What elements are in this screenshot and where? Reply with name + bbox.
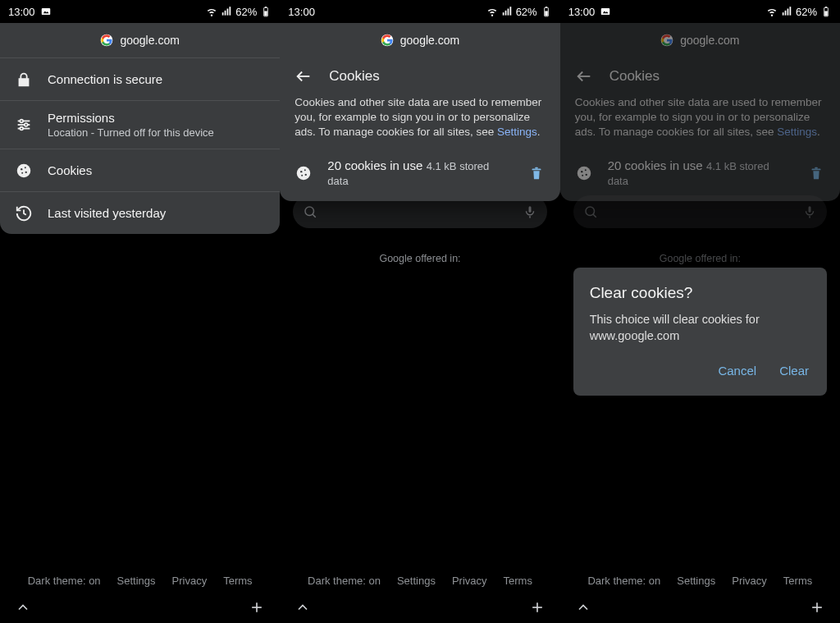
svg-point-39	[304, 169, 306, 171]
svg-point-15	[25, 123, 28, 126]
cookies-row[interactable]: Cookies	[0, 149, 280, 191]
svg-rect-23	[502, 12, 504, 16]
panel-site-info: 13:00 62% Google offered in: | Dark them…	[0, 0, 280, 623]
battery-icon	[541, 6, 552, 17]
svg-rect-52	[824, 11, 828, 16]
status-bar: 13:00 62%	[0, 0, 280, 23]
settings-link[interactable]: Settings	[497, 126, 537, 138]
dialog-actions: Cancel Clear	[590, 359, 810, 387]
svg-point-20	[25, 167, 26, 168]
permissions-row[interactable]: Permissions Location - Turned off for th…	[0, 100, 280, 149]
cookies-description: Cookies and other site data are used to …	[280, 92, 559, 152]
dark-theme-toggle[interactable]: Dark theme: on	[28, 575, 101, 587]
svg-point-40	[305, 173, 307, 175]
clear-button[interactable]: Clear	[778, 359, 810, 383]
domain-row: google.com	[560, 23, 840, 57]
svg-rect-7	[265, 7, 267, 7]
signal-icon	[501, 6, 513, 17]
svg-rect-49	[789, 7, 791, 16]
svg-point-13	[20, 120, 23, 123]
wifi-icon	[766, 6, 778, 17]
dialog-title: Clear cookies?	[590, 284, 810, 302]
svg-point-60	[577, 166, 591, 180]
back-icon[interactable]	[294, 67, 313, 85]
svg-point-19	[21, 167, 22, 169]
trash-icon[interactable]	[527, 164, 546, 182]
clear-cookies-dialog: Clear cookies? This choice will clear co…	[573, 268, 827, 396]
svg-point-53	[586, 207, 595, 216]
footer-links: Dark theme: on Settings Privacy Terms	[560, 575, 840, 587]
domain-text: google.com	[120, 34, 179, 47]
site-info-sheet: google.com Connection is secure Permissi…	[0, 23, 280, 234]
cookies-header: Cookies	[280, 57, 559, 92]
terms-link[interactable]: Terms	[504, 575, 532, 587]
last-visited-title: Last visited yesterday	[48, 206, 265, 220]
connection-row[interactable]: Connection is secure	[0, 57, 280, 100]
battery-icon	[820, 6, 832, 17]
trash-icon	[807, 164, 825, 182]
cookie-icon	[294, 164, 313, 182]
svg-rect-44	[601, 8, 610, 15]
privacy-link[interactable]: Privacy	[452, 575, 487, 587]
lock-icon	[15, 71, 33, 89]
svg-rect-4	[227, 9, 229, 16]
svg-line-31	[313, 214, 316, 218]
cookies-title: Cookies	[329, 68, 379, 85]
cookies-sheet: google.com Cookies Cookies and other sit…	[280, 23, 559, 201]
svg-rect-25	[507, 9, 509, 16]
cancel-button[interactable]: Cancel	[716, 359, 758, 383]
status-bar: 13:00 62%	[280, 0, 559, 23]
settings-link[interactable]: Settings	[397, 575, 436, 587]
settings-link[interactable]: Settings	[677, 575, 715, 587]
svg-point-18	[17, 163, 31, 177]
battery-text: 62%	[796, 6, 817, 18]
chevron-up-icon[interactable]	[575, 599, 591, 616]
svg-rect-26	[509, 7, 511, 16]
dark-theme-toggle[interactable]: Dark theme: on	[587, 575, 660, 587]
nav-bar	[560, 592, 840, 623]
nav-bar	[0, 592, 280, 623]
mic-icon[interactable]	[523, 204, 537, 219]
google-favicon-icon	[381, 34, 394, 47]
svg-point-41	[301, 174, 303, 176]
nav-bar	[280, 592, 559, 623]
dark-theme-toggle[interactable]: Dark theme: on	[308, 575, 381, 587]
background-content: Google offered in: Dark theme: on Settin…	[560, 195, 840, 623]
plus-icon[interactable]	[809, 599, 825, 616]
svg-point-17	[20, 127, 23, 131]
svg-rect-66	[815, 167, 818, 168]
svg-rect-28	[545, 7, 546, 7]
google-favicon-icon	[100, 34, 113, 47]
terms-link[interactable]: Terms	[783, 575, 812, 587]
svg-rect-65	[811, 168, 820, 170]
footer-links: Dark theme: on Settings Privacy Terms	[280, 575, 559, 587]
svg-point-30	[305, 207, 314, 216]
plus-icon[interactable]	[249, 599, 265, 616]
battery-text: 62%	[235, 6, 257, 18]
panel-clear-dialog: 13:00 62% Google offered in: Dark theme:…	[560, 0, 840, 623]
battery-text: 62%	[516, 6, 537, 18]
search-icon	[303, 204, 317, 219]
chevron-up-icon[interactable]	[15, 599, 31, 616]
svg-rect-47	[785, 11, 787, 16]
settings-link[interactable]: Settings	[117, 575, 156, 587]
domain-row: google.com	[280, 23, 559, 57]
chevron-up-icon[interactable]	[294, 599, 311, 616]
mic-icon	[802, 204, 817, 219]
privacy-link[interactable]: Privacy	[732, 575, 767, 587]
background-content: Google offered in: Dark theme: on Settin…	[280, 195, 559, 623]
last-visited-row[interactable]: Last visited yesterday	[0, 191, 280, 234]
svg-point-38	[300, 171, 302, 172]
wifi-icon	[206, 6, 217, 17]
privacy-link[interactable]: Privacy	[172, 575, 208, 587]
svg-line-54	[593, 214, 596, 218]
plus-icon[interactable]	[529, 599, 546, 616]
svg-rect-8	[265, 11, 268, 16]
svg-point-61	[581, 171, 582, 172]
signal-icon	[781, 6, 792, 17]
status-time: 13:00	[8, 6, 35, 18]
cookie-icon	[15, 162, 33, 180]
terms-link[interactable]: Terms	[223, 575, 252, 587]
domain-text: google.com	[680, 34, 739, 47]
svg-rect-42	[532, 168, 541, 170]
